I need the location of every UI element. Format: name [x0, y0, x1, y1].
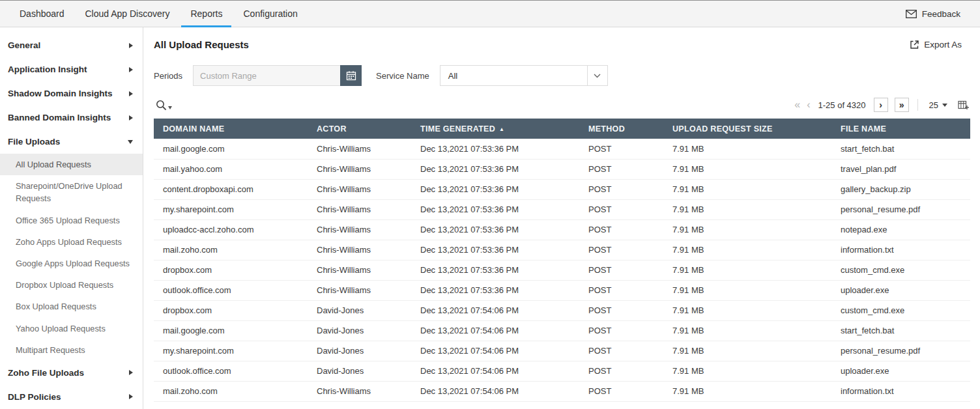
sidebar-section-shadow-domain-insights[interactable]: Shadow Domain Insights	[0, 81, 143, 106]
table-cell: start_fetch.bat	[831, 320, 970, 341]
feedback-button[interactable]: Feedback	[886, 1, 980, 27]
table-cell: outlook.office.com	[154, 280, 308, 300]
table-row[interactable]: dropbox.comChris-WilliamsDec 13,2021 07:…	[154, 260, 970, 280]
table-cell: Chris-Williams	[308, 179, 411, 199]
app-root: DashboardCloud App DiscoveryReportsConfi…	[0, 0, 980, 409]
table-cell: David-Jones	[308, 320, 411, 341]
sidebar-item-office-365-upload-requests[interactable]: Office 365 Upload Requests	[0, 210, 143, 231]
chevron-down-icon	[168, 106, 172, 109]
table-cell: POST	[579, 381, 663, 401]
table-cell: dropbox.com	[154, 300, 308, 320]
table-row[interactable]: mail.zoho.comChris-WilliamsDec 13,2021 0…	[154, 381, 970, 401]
nav-tabs: DashboardCloud App DiscoveryReportsConfi…	[9, 1, 308, 27]
table-cell: POST	[579, 361, 663, 381]
export-as-button[interactable]: Export As	[910, 40, 962, 49]
sidebar-section-dlp-policies[interactable]: DLP Policies	[0, 385, 143, 409]
table-cell: gallery_backup.zip	[831, 179, 970, 199]
tab-reports[interactable]: Reports	[180, 1, 233, 27]
table-row[interactable]: outlook.office.comChris-WilliamsDec 13,2…	[154, 280, 970, 300]
feedback-label: Feedback	[922, 9, 960, 19]
export-icon	[910, 40, 919, 49]
table-cell: Dec 13,2021 07:53:36 PM	[411, 219, 579, 240]
sidebar-item-zoho-apps-upload-requests[interactable]: Zoho Apps Upload Requests	[0, 231, 143, 253]
sidebar-section-zoho-file-uploads[interactable]: Zoho File Uploads	[0, 361, 143, 385]
sidebar-section-label: General	[8, 40, 40, 50]
table-cell: my.sharepoint.com	[154, 341, 308, 361]
sidebar-section-file-uploads[interactable]: File Uploads	[0, 130, 143, 154]
table-cell: start_fetch.bat	[831, 139, 970, 159]
table-cell: Dec 13,2021 07:53:36 PM	[411, 240, 579, 260]
service-name-value: All	[440, 66, 587, 85]
table-row[interactable]: my.sharepoint.comChris-WilliamsDec 13,20…	[154, 199, 970, 219]
sidebar-item-all-upload-requests[interactable]: All Upload Requests	[0, 154, 143, 175]
table-cell: 7.91 MB	[663, 300, 831, 320]
sidebar-item-google-apps-upload-requests[interactable]: Google Apps Upload Requests	[0, 253, 143, 274]
search-button[interactable]	[154, 100, 174, 111]
sidebar-section-banned-domain-insights[interactable]: Banned Domain Insights	[0, 106, 143, 130]
sidebar-item-yahoo-upload-requests[interactable]: Yahoo Upload Requests	[0, 318, 143, 339]
pagination-range: 1-25 of 4320	[818, 100, 866, 110]
sidebar-section-label: DLP Policies	[8, 392, 61, 402]
chevron-down-icon	[128, 140, 133, 144]
sidebar-item-sharepoint-onedrive-upload-requests[interactable]: Sharepoint/OneDrive Upload Requests	[0, 175, 143, 209]
pagination-prev-button[interactable]: ‹	[807, 100, 810, 110]
periods-input[interactable]	[193, 65, 340, 86]
table-cell: 7.91 MB	[663, 240, 831, 260]
table-cell: Dec 13,2021 07:53:36 PM	[411, 280, 579, 300]
column-header-file-name[interactable]: FILE NAME	[831, 119, 970, 139]
table-row[interactable]: my.sharepoint.comDavid-JonesDec 13,2021 …	[154, 341, 970, 361]
table-cell: notepad.exe	[831, 219, 970, 240]
table-cell: mail.yahoo.com	[154, 159, 308, 179]
column-chooser-button[interactable]	[957, 100, 970, 110]
calendar-button[interactable]	[340, 65, 362, 86]
table-cell: POST	[579, 280, 663, 300]
sidebar-section-general[interactable]: General	[0, 33, 143, 57]
table-toolbar: « ‹ 1-25 of 4320 › » 25	[154, 95, 970, 115]
table-cell: 7.91 MB	[663, 320, 831, 341]
chevron-down-icon	[587, 66, 607, 85]
sidebar-section-label: File Uploads	[8, 137, 60, 147]
table-cell: Dec 13,2021 07:54:06 PM	[411, 300, 579, 320]
page-size-value: 25	[929, 100, 938, 110]
pagination-last-button[interactable]: »	[895, 98, 909, 112]
column-header-method[interactable]: METHOD	[579, 119, 663, 139]
tab-configuration[interactable]: Configuration	[233, 1, 308, 27]
table-row[interactable]: uploadcc-accl.zoho.comChris-WilliamsDec …	[154, 219, 970, 240]
sidebar-item-multipart-requests[interactable]: Multipart Requests	[0, 339, 143, 361]
table-row[interactable]: dropbox.comDavid-JonesDec 13,2021 07:54:…	[154, 300, 970, 320]
sidebar-section-label: Application Insight	[8, 64, 87, 74]
chevron-down-icon	[942, 104, 947, 107]
table-cell: Chris-Williams	[308, 159, 411, 179]
column-header-upload-request-size[interactable]: UPLOAD REQUEST SIZE	[663, 119, 831, 139]
table-row[interactable]: content.dropboxapi.comChris-WilliamsDec …	[154, 179, 970, 199]
table-row[interactable]: mail.zoho.comChris-WilliamsDec 13,2021 0…	[154, 240, 970, 260]
table-row[interactable]: mail.google.comDavid-JonesDec 13,2021 07…	[154, 320, 970, 341]
column-header-actor[interactable]: ACTOR	[308, 119, 411, 139]
page-size-select[interactable]: 25	[927, 100, 950, 110]
sidebar-item-box-upload-requests[interactable]: Box Upload Requests	[0, 296, 143, 317]
tab-cloud-app-discovery[interactable]: Cloud App Discovery	[75, 1, 180, 27]
table-cell: 7.91 MB	[663, 260, 831, 280]
table-cell: mail.google.com	[154, 139, 308, 159]
table-cell: POST	[579, 159, 663, 179]
sort-asc-icon: ▲	[499, 126, 504, 132]
envelope-icon	[906, 10, 917, 18]
table-row[interactable]: outlook.office.comDavid-JonesDec 13,2021…	[154, 361, 970, 381]
table-row[interactable]: mail.google.comChris-WilliamsDec 13,2021…	[154, 139, 970, 159]
upload-requests-table: DOMAIN NAMEACTORTIME GENERATED▲METHODUPL…	[154, 119, 970, 402]
pagination-next-button[interactable]: ›	[874, 98, 888, 112]
tab-dashboard[interactable]: Dashboard	[9, 1, 75, 27]
title-row: All Upload Requests Export As	[143, 27, 980, 61]
column-header-domain-name[interactable]: DOMAIN NAME	[154, 119, 308, 139]
table-cell: POST	[579, 139, 663, 159]
pagination-first-button[interactable]: «	[794, 100, 800, 110]
table-cell: POST	[579, 219, 663, 240]
table-cell: POST	[579, 260, 663, 280]
page-title: All Upload Requests	[154, 39, 249, 50]
table-container: DOMAIN NAMEACTORTIME GENERATED▲METHODUPL…	[154, 119, 970, 402]
sidebar-item-dropbox-upload-requests[interactable]: Dropbox Upload Requests	[0, 274, 143, 296]
service-name-select[interactable]: All	[440, 65, 608, 86]
column-header-time-generated[interactable]: TIME GENERATED▲	[411, 119, 579, 139]
table-row[interactable]: mail.yahoo.comChris-WilliamsDec 13,2021 …	[154, 159, 970, 179]
sidebar-section-application-insight[interactable]: Application Insight	[0, 57, 143, 81]
